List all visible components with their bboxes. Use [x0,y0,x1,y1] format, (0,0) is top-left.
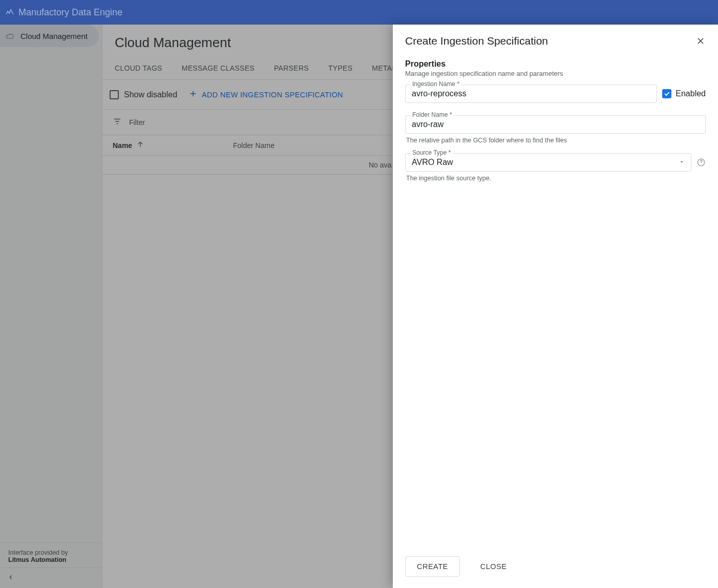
tab-cloud-tags[interactable]: CLOUD TAGS [115,61,162,79]
help-icon[interactable] [696,158,706,167]
folder-name-help: The relative path in the GCS folder wher… [406,137,706,144]
show-disabled-label: Show disabled [124,90,177,99]
checkbox-unchecked-icon [110,90,119,99]
source-type-value: AVRO Raw [412,158,453,167]
enabled-checkbox[interactable]: Enabled [662,89,706,98]
add-button-label: ADD NEW INGESTION SPECIFICATION [202,91,343,99]
source-type-help: The ingestion file source type. [406,175,706,182]
column-header-name[interactable]: Name [113,140,233,150]
section-properties-sub: Manage ingestion specification name and … [405,70,706,77]
tab-types[interactable]: TYPES [328,61,352,79]
cloud-icon [5,31,15,41]
sidebar-footer-company: Litmus Automation [8,556,94,563]
sidebar-collapse-button[interactable] [0,568,102,588]
close-icon[interactable] [695,36,706,46]
sidebar-footer: Interface provided by Litmus Automation [0,542,102,568]
drawer-create-ingestion: Create Ingestion Specification Propertie… [393,25,718,588]
sidebar-item-cloud-management[interactable]: Cloud Management [0,25,99,47]
create-button[interactable]: CREATE [405,556,460,577]
close-button[interactable]: CLOSE [469,556,518,577]
app-title: Manufactory Data Engine [18,7,122,18]
arrow-up-icon [136,140,144,150]
source-type-label: Source Type * [410,149,453,156]
filter-icon [113,117,122,128]
section-properties-label: Properties [405,59,706,69]
tab-message-classes[interactable]: MESSAGE CLASSES [182,61,255,79]
sidebar-footer-line1: Interface provided by [8,549,94,556]
checkbox-checked-icon [662,89,671,98]
filter-label: Filter [129,118,145,127]
app-logo-icon [5,8,14,17]
folder-name-label: Folder Name * [410,111,454,118]
add-new-ingestion-button[interactable]: ADD NEW INGESTION SPECIFICATION [188,89,343,100]
sidebar-item-label: Cloud Management [20,32,88,40]
tab-parsers[interactable]: PARSERS [274,61,309,79]
drawer-title: Create Ingestion Specification [405,35,548,47]
plus-icon [188,89,198,100]
sidebar: Cloud Management Interface provided by L… [0,25,102,588]
show-disabled-checkbox[interactable]: Show disabled [110,90,177,99]
chevron-left-icon [7,574,14,583]
app-header: Manufactory Data Engine [0,0,718,25]
caret-down-icon [679,158,685,167]
enabled-label: Enabled [675,89,706,98]
ingestion-name-label: Ingestion Name * [410,80,461,88]
